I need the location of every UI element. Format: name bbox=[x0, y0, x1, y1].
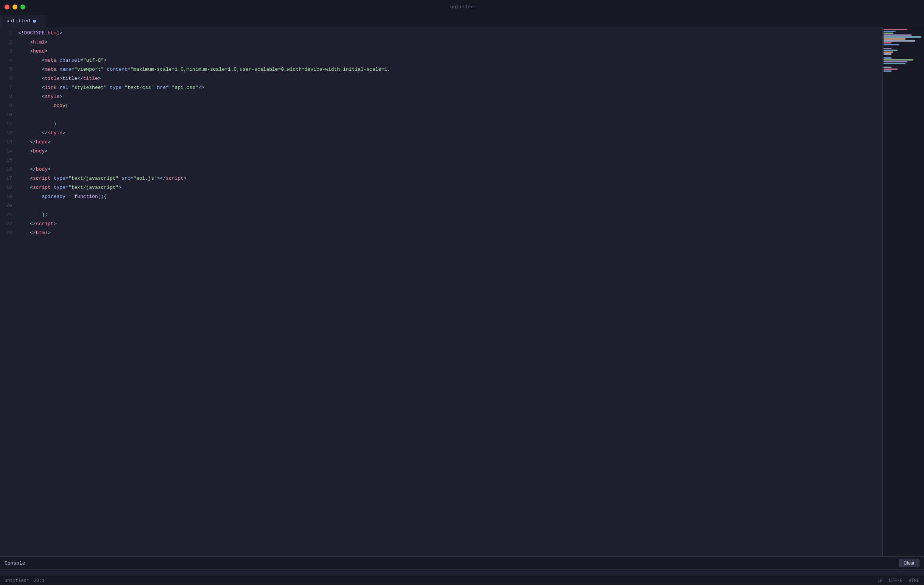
editor-main[interactable]: 1<!DOCTYPE html>2 <html>3 <head>4 <meta … bbox=[0, 27, 883, 556]
line-number: 19 bbox=[0, 192, 18, 201]
line-content[interactable]: </body> bbox=[18, 165, 883, 174]
code-line: 3 <head> bbox=[0, 47, 883, 56]
close-button[interactable] bbox=[5, 5, 10, 10]
line-content[interactable]: </style> bbox=[18, 129, 883, 138]
tabbar: untitled bbox=[0, 13, 924, 27]
tab-modified-indicator bbox=[33, 20, 36, 23]
line-content[interactable]: } bbox=[18, 120, 883, 129]
statusbar-left: untitled* 23:1 bbox=[5, 578, 45, 583]
minimap-line bbox=[883, 40, 915, 41]
line-number: 5 bbox=[0, 65, 18, 74]
line-number: 16 bbox=[0, 165, 18, 174]
line-number: 7 bbox=[0, 83, 18, 93]
code-line: 17 <script type="text/javascript" src="a… bbox=[0, 174, 883, 183]
line-content[interactable]: <html> bbox=[18, 38, 883, 47]
code-line: 21 }; bbox=[0, 210, 883, 220]
minimap-line bbox=[883, 29, 908, 30]
code-line: 5 <meta name="viewport" content="maximum… bbox=[0, 65, 883, 74]
minimap-line bbox=[883, 66, 891, 68]
statusbar-cursor: 23:1 bbox=[34, 578, 45, 583]
minimap-line bbox=[883, 33, 893, 34]
code-line: 18 <script type="text/javascript"> bbox=[0, 183, 883, 192]
line-number: 17 bbox=[0, 174, 18, 183]
code-line: 12 </style> bbox=[0, 129, 883, 138]
line-content[interactable]: <meta charset="utf-8"> bbox=[18, 56, 883, 65]
minimap-line bbox=[883, 51, 893, 53]
code-line: 9 body{ bbox=[0, 101, 883, 111]
line-content[interactable]: <title>title</title> bbox=[18, 74, 883, 83]
line-content[interactable]: <meta name="viewport" content="maximum-s… bbox=[18, 65, 883, 74]
code-line: 8 <style> bbox=[0, 93, 883, 101]
code-line: 15 bbox=[0, 156, 883, 165]
line-number: 20 bbox=[0, 201, 18, 210]
line-content[interactable]: <style> bbox=[18, 93, 883, 101]
minimap-line bbox=[883, 35, 911, 36]
minimap-line bbox=[883, 70, 891, 72]
line-number: 10 bbox=[0, 111, 18, 120]
line-content[interactable]: <link rel="stylesheet" type="text/css" h… bbox=[18, 83, 883, 93]
line-number: 23 bbox=[0, 228, 18, 238]
code-line: 16 </body> bbox=[0, 165, 883, 174]
line-number: 22 bbox=[0, 220, 18, 228]
line-number: 11 bbox=[0, 120, 18, 129]
minimap-line bbox=[883, 38, 906, 40]
line-number: 3 bbox=[0, 47, 18, 56]
minimap-line bbox=[883, 42, 891, 43]
line-number: 2 bbox=[0, 38, 18, 47]
minimap-line bbox=[883, 50, 898, 51]
clear-button[interactable]: Clear bbox=[899, 559, 919, 567]
code-line: 2 <html> bbox=[0, 38, 883, 47]
code-line: 22 </script> bbox=[0, 220, 883, 228]
console-body bbox=[0, 570, 924, 576]
maximize-button[interactable] bbox=[20, 5, 25, 10]
minimap bbox=[883, 27, 924, 556]
statusbar-encoding: UTF-8 bbox=[889, 578, 903, 583]
statusbar-filename: untitled* bbox=[5, 578, 29, 583]
line-content[interactable]: body{ bbox=[18, 101, 883, 111]
statusbar-language: HTML bbox=[909, 578, 919, 583]
console-title: Console bbox=[5, 560, 25, 566]
minimize-button[interactable] bbox=[13, 5, 17, 10]
line-number: 15 bbox=[0, 156, 18, 165]
code-line: 13 </head> bbox=[0, 138, 883, 147]
minimap-content bbox=[883, 27, 924, 74]
line-number: 4 bbox=[0, 56, 18, 65]
code-line: 4 <meta charset="utf-8"> bbox=[0, 56, 883, 65]
line-content[interactable]: </html> bbox=[18, 228, 883, 238]
minimap-line bbox=[883, 36, 921, 38]
minimap-line bbox=[883, 44, 899, 45]
minimap-line bbox=[883, 57, 891, 59]
line-number: 1 bbox=[0, 29, 18, 38]
line-content[interactable]: apiready = function(){ bbox=[18, 192, 883, 201]
code-line: 23 </html> bbox=[0, 228, 883, 238]
line-content[interactable]: <head> bbox=[18, 47, 883, 56]
tab-label: untitled bbox=[7, 18, 30, 24]
minimap-line bbox=[883, 59, 913, 61]
line-number: 8 bbox=[0, 93, 18, 101]
code-line: 1<!DOCTYPE html> bbox=[0, 29, 883, 38]
line-content[interactable]: </script> bbox=[18, 220, 883, 228]
tab-untitled[interactable]: untitled bbox=[0, 15, 45, 27]
minimap-line bbox=[883, 48, 891, 49]
code-line: 7 <link rel="stylesheet" type="text/css"… bbox=[0, 83, 883, 93]
code-line: 10 bbox=[0, 111, 883, 120]
line-content[interactable]: <body> bbox=[18, 147, 883, 156]
line-content[interactable]: <script type="text/javascript" src="api.… bbox=[18, 174, 883, 183]
line-number: 18 bbox=[0, 183, 18, 192]
console-panel: Console Clear bbox=[0, 556, 924, 576]
line-content[interactable]: </head> bbox=[18, 138, 883, 147]
minimap-line bbox=[883, 68, 898, 70]
code-area: 1<!DOCTYPE html>2 <html>3 <head>4 <meta … bbox=[0, 29, 883, 238]
line-content[interactable]: <script type="text/javascript"> bbox=[18, 183, 883, 192]
minimap-line bbox=[883, 61, 908, 63]
window-title: untitled bbox=[450, 4, 474, 10]
statusbar-right: LF UTF-8 HTML bbox=[878, 578, 919, 583]
line-content[interactable]: }; bbox=[18, 210, 883, 220]
line-number: 9 bbox=[0, 101, 18, 111]
minimap-line bbox=[883, 63, 906, 64]
console-header: Console Clear bbox=[0, 557, 924, 570]
code-line: 14 <body> bbox=[0, 147, 883, 156]
line-content[interactable]: <!DOCTYPE html> bbox=[18, 29, 883, 38]
code-line: 19 apiready = function(){ bbox=[0, 192, 883, 201]
editor-container: 1<!DOCTYPE html>2 <html>3 <head>4 <meta … bbox=[0, 27, 924, 556]
